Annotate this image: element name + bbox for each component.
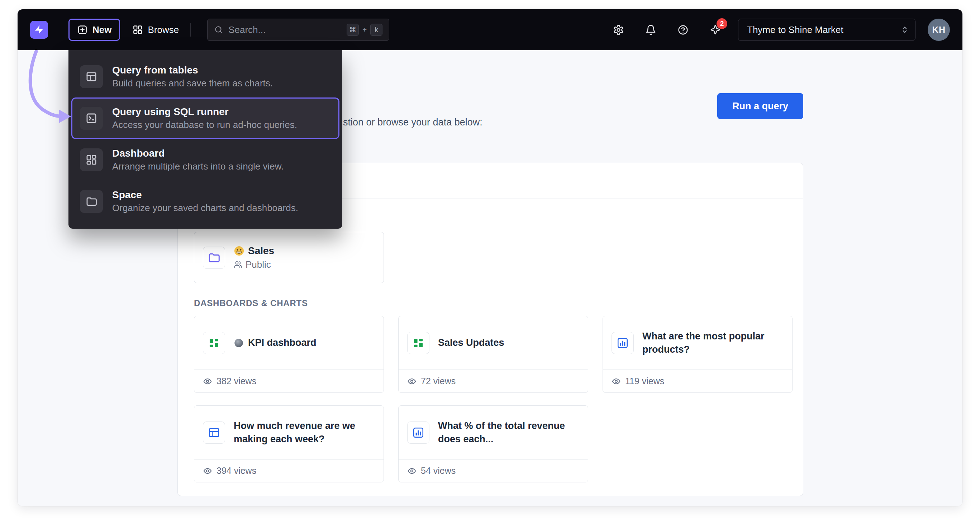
menu-item-subtitle: Organize your saved charts and dashboard…	[112, 203, 298, 214]
app-logo[interactable]	[30, 21, 48, 39]
help-circle-icon	[678, 24, 689, 35]
new-button-label: New	[92, 24, 111, 35]
notifications-button[interactable]	[642, 21, 659, 38]
new-button[interactable]: New	[68, 19, 120, 41]
card-sales-updates[interactable]: Sales Updates 72 views	[398, 316, 588, 393]
table-blue-icon	[208, 427, 220, 439]
settings-button[interactable]	[610, 21, 627, 38]
workspace-selector[interactable]: Thyme to Shine Market	[738, 19, 915, 41]
card-most-popular-products[interactable]: What are the most popular products? 119 …	[603, 316, 792, 393]
lightning-bolt-icon	[34, 24, 45, 35]
new-dropdown-menu: Query from tables Build queries and save…	[68, 50, 342, 229]
run-query-button[interactable]: Run a query	[717, 93, 803, 119]
card-title: KPI dashboard	[248, 336, 317, 349]
dashboard-green-icon	[412, 337, 425, 349]
top-navigation-bar: New Browse ⌘ + k	[18, 10, 963, 50]
space-name: Sales	[248, 245, 274, 257]
menu-item-query-from-tables[interactable]: Query from tables Build queries and save…	[71, 56, 339, 97]
bar-chart-blue-icon	[412, 427, 425, 439]
card-views: 382 views	[216, 376, 256, 386]
grinning-face-emoji	[234, 246, 245, 256]
menu-item-subtitle: Access your database to run ad-hoc queri…	[112, 120, 297, 130]
card-title: How much revenue are we making each week…	[234, 419, 375, 446]
menu-item-title: Space	[112, 189, 298, 201]
gear-icon	[613, 24, 624, 35]
browse-button-label: Browse	[148, 24, 179, 35]
card-revenue-each-week[interactable]: How much revenue are we making each week…	[194, 405, 384, 483]
users-icon	[234, 260, 242, 269]
whats-new-button[interactable]: 2	[706, 21, 724, 38]
kbd-command-key: ⌘	[347, 24, 359, 36]
folder-icon	[85, 195, 97, 208]
eye-icon	[407, 466, 417, 476]
card-views: 119 views	[625, 376, 664, 386]
topbar-right-cluster: 2 Thyme to Shine Market KH	[595, 19, 950, 41]
menu-item-subtitle: Arrange multiple charts into a single vi…	[112, 161, 283, 172]
grid-icon	[132, 24, 143, 35]
card-kpi-dashboard[interactable]: KPI dashboard 382 views	[194, 316, 384, 393]
card-views: 72 views	[421, 376, 456, 386]
search-icon	[214, 25, 223, 34]
card-title: What % of the total revenue does each...	[438, 419, 579, 446]
intro-text-fragment: stion or browse your data below:	[343, 117, 482, 128]
eye-icon	[203, 466, 212, 476]
app-window: New Browse ⌘ + k	[18, 10, 963, 506]
eye-icon	[611, 377, 621, 386]
sql-terminal-icon	[85, 112, 97, 124]
space-access-label: Public	[245, 259, 271, 270]
kbd-plus-sign: +	[363, 25, 367, 34]
table-icon	[85, 71, 97, 83]
avatar-initials: KH	[932, 25, 945, 35]
browse-button[interactable]: Browse	[125, 19, 186, 41]
dashboard-icon	[85, 154, 97, 166]
help-button[interactable]	[674, 21, 692, 38]
card-views: 394 views	[216, 465, 256, 476]
card-title: What are the most popular products?	[642, 330, 784, 356]
menu-item-title: Query using SQL runner	[112, 106, 297, 118]
folder-icon	[208, 251, 220, 264]
dashboards-charts-grid: KPI dashboard 382 views	[194, 316, 792, 483]
menu-item-space[interactable]: Space Organize your saved charts and das…	[71, 181, 339, 222]
chevron-up-down-icon	[900, 25, 909, 34]
menu-item-query-sql-runner[interactable]: Query using SQL runner Access your datab…	[71, 97, 339, 139]
eye-icon	[407, 377, 417, 386]
space-card-sales[interactable]: Sales Public	[194, 232, 384, 283]
user-avatar[interactable]: KH	[928, 19, 950, 41]
dark-sphere-emoji	[234, 338, 244, 348]
card-percent-total-revenue[interactable]: What % of the total revenue does each...…	[398, 405, 588, 483]
card-views: 54 views	[421, 465, 456, 476]
eye-icon	[203, 377, 212, 386]
global-search[interactable]: ⌘ + k	[207, 19, 389, 41]
new-query-icon	[77, 24, 88, 35]
section-label-dashboards-charts: DASHBOARDS & CHARTS	[194, 298, 308, 308]
bell-icon	[645, 24, 656, 35]
menu-item-title: Query from tables	[112, 65, 273, 76]
card-title: Sales Updates	[438, 336, 504, 349]
dashboard-green-icon	[208, 337, 220, 349]
workspace-name: Thyme to Shine Market	[747, 24, 900, 35]
kbd-k-key: k	[370, 24, 382, 36]
menu-item-title: Dashboard	[112, 148, 283, 159]
menu-item-dashboard[interactable]: Dashboard Arrange multiple charts into a…	[71, 139, 339, 181]
topbar-divider	[190, 23, 191, 37]
menu-item-subtitle: Build queries and save them as charts.	[112, 78, 273, 89]
search-input[interactable]	[228, 24, 342, 35]
notification-count-badge: 2	[716, 18, 727, 29]
bar-chart-blue-icon	[617, 337, 629, 349]
